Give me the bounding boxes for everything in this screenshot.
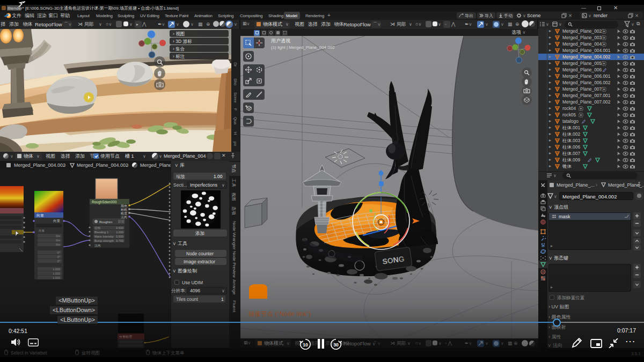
svg-text:0°: 0° (57, 255, 60, 258)
svg-text:Roughtm: Roughtm (99, 220, 112, 224)
svg-text:0m: 0m (56, 239, 60, 242)
svg-text:Blending 1: Blending 1 (94, 231, 108, 234)
svg-text:弦动: 弦动 (94, 226, 101, 230)
svg-text:向量: 向量 (36, 213, 44, 217)
svg-text:颜色: 颜色 (121, 204, 128, 208)
svg-text:0.500: 0.500 (116, 235, 123, 238)
svg-text:10: 10 (303, 342, 308, 348)
svg-text:法向: 法向 (121, 216, 127, 219)
svg-text:RoughSdwn000: RoughSdwn000 (92, 200, 117, 204)
svg-text:0m: 0m (56, 243, 60, 246)
svg-text:0.700: 0.700 (116, 239, 123, 242)
svg-text:1.000: 1.000 (116, 231, 123, 234)
svg-text:30: 30 (333, 342, 339, 348)
svg-text:向量: 向量 (53, 219, 61, 223)
svg-text:0°: 0° (57, 251, 60, 254)
svg-text:糙度: 糙度 (121, 211, 127, 216)
svg-text:0°: 0° (57, 260, 60, 263)
svg-text:法向: 法向 (94, 244, 101, 247)
svg-text:向量: 向量 (39, 229, 45, 232)
svg-text:粗糙: 粗糙 (121, 208, 127, 211)
svg-text:0m: 0m (56, 234, 60, 238)
svg-text:Wave intensity: Wave intensity (94, 235, 114, 238)
svg-text:Bump strength: Bump strength (94, 239, 114, 242)
svg-text:分形纹理: 分形纹理 (119, 335, 132, 338)
svg-text:0.500: 0.500 (116, 226, 123, 230)
svg-text:1.000: 1.000 (53, 268, 60, 271)
svg-text:1.000: 1.000 (53, 272, 60, 275)
svg-text:1.000: 1.000 (53, 276, 60, 279)
